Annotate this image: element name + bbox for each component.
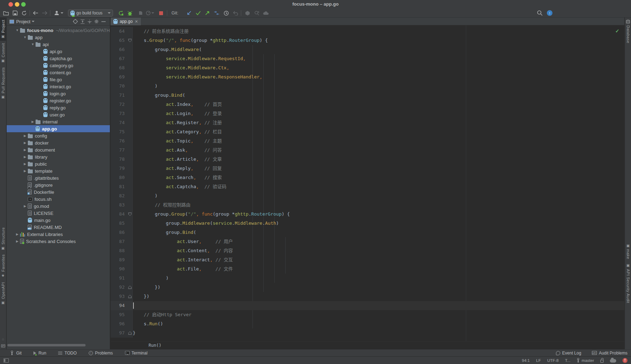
code-line-69[interactable]: 69 service.Middleware.ResponseHandler, [111,72,624,82]
fold-gutter[interactable] [127,164,133,173]
save-icon[interactable] [12,10,18,16]
line-ending[interactable]: LF [536,358,541,363]
fold-close-icon[interactable] [128,331,132,335]
tree-item-api-go[interactable]: api.go [7,48,110,55]
tree-chevron-icon[interactable]: ▶ [14,240,20,243]
tree-item-focus-mono[interactable]: ▼focus-mono~/Workspace/Go/GOPATH/src/git… [7,27,110,34]
tool-window-button-event-log[interactable]: Event Log [556,351,581,356]
tree-chevron-icon[interactable]: ▶ [14,232,20,236]
fold-gutter[interactable] [127,255,133,264]
tool-window-button-project[interactable]: Project▣ [0,18,6,41]
tool-window-button-openapi[interactable]: OpenAPI▣ [0,280,6,307]
tree-item-content-go[interactable]: content.go [7,69,110,76]
code-line-82[interactable]: 82 ) [111,191,624,200]
tree-item--gitignore[interactable]: .gitignore [7,181,110,189]
forward-icon[interactable] [41,10,48,16]
code-line-75[interactable]: 75 act.Category, // 栏目 [111,127,624,136]
tree-item-app[interactable]: ▼app [7,34,110,41]
back-icon[interactable] [32,10,39,16]
git-branch-widget[interactable]: master [577,358,594,363]
sync-icon[interactable] [21,10,27,16]
tool-window-button-todo[interactable]: TODO [58,351,76,356]
code-line-97[interactable]: 97} [111,328,624,338]
tool-window-button-git[interactable]: Git [11,351,21,356]
git-update-icon[interactable] [186,10,192,16]
chevron-down-icon[interactable] [32,21,35,22]
code-line-70[interactable]: 70 ) [111,82,624,91]
code-line-83[interactable]: 83 // 权限控制路由 [111,200,624,210]
rollback-icon[interactable] [232,10,238,16]
tool-window-button-commit[interactable]: Commit▣ [0,41,6,65]
tree-chevron-icon[interactable]: ▶ [22,148,28,152]
tree-chevron-icon[interactable]: ▼ [30,43,36,46]
tree-item-go-mod[interactable]: ▶go.mod [7,203,110,210]
code-line-92[interactable]: 92 }) [111,283,624,292]
tree-chevron-icon[interactable]: ▶ [30,120,36,123]
git-merge-icon[interactable] [213,10,220,16]
code-line-91[interactable]: 91 ) [111,274,624,283]
fold-gutter[interactable] [127,109,133,118]
tree-item-document[interactable]: ▶document [7,146,110,153]
fold-close-icon[interactable] [128,286,132,289]
fold-close-icon[interactable] [128,295,132,298]
tree-chevron-icon[interactable]: ▼ [14,28,20,32]
fold-gutter[interactable] [127,310,133,319]
tool-window-button-structure[interactable]: Structure▣ [0,225,6,252]
expand-all-icon[interactable] [79,19,86,24]
tree-chevron-icon[interactable]: ▶ [22,155,28,159]
tool-window-button-run[interactable]: Run [33,351,46,356]
code-line-67[interactable]: 67 service.Middleware.RequestId, [111,54,624,63]
tree-item-captcha-go[interactable]: captcha.go [7,55,110,62]
code-line-64[interactable]: 64 // 前台系统路由注册 [111,27,624,36]
find-usages-icon[interactable] [254,10,260,16]
fold-open-icon[interactable] [128,212,132,216]
tab-app-go[interactable]: app.go ✕ [111,18,141,25]
fold-gutter[interactable] [127,72,133,82]
notifications-icon[interactable]: ◌ [1,337,5,341]
code-line-79[interactable]: 79 act.Reply, // 回复 [111,164,624,173]
fold-gutter[interactable] [127,264,133,274]
code-line-84[interactable]: 84 group.Group("/", func(group *ghttp.Ro… [111,210,624,219]
code-line-88[interactable]: 88 act.Content, // 内容 [111,246,624,255]
git-commit-icon[interactable] [195,10,201,16]
code-line-94[interactable]: 94 [111,301,624,310]
fold-gutter[interactable] [127,246,133,255]
fold-gutter[interactable] [127,54,133,63]
tree-item-login-go[interactable]: login.go [7,90,110,97]
fold-gutter[interactable] [127,219,133,228]
fold-gutter[interactable] [127,237,133,246]
code-line-90[interactable]: 90 act.File, // 文件 [111,264,624,274]
user-profile-icon[interactable] [54,10,64,16]
locate-file-icon[interactable] [72,19,79,24]
code-line-85[interactable]: 85 group.Middleware(service.Middleware.A… [111,219,624,228]
tree-item-config[interactable]: ▶config [7,132,110,139]
tree-chevron-icon[interactable]: ▶ [22,162,28,166]
fold-gutter[interactable] [127,118,133,127]
tool-window-button-favorites[interactable]: Favorites★ [0,252,6,280]
file-encoding[interactable]: UTF-8 [547,358,559,363]
tool-window-button-pull-requests[interactable]: Pull Requests▣ [0,65,6,101]
tree-item-docker[interactable]: ▶docker [7,139,110,146]
tool-window-button-terminal[interactable]: ›_Terminal [125,351,148,356]
indent-setting[interactable]: T... [565,358,570,363]
open-icon[interactable] [3,10,9,16]
horizontal-scrollbar[interactable] [7,344,86,346]
code-line-66[interactable]: 66 group.Middleware( [111,45,624,54]
fold-gutter[interactable] [127,82,133,91]
fold-gutter[interactable] [127,127,133,136]
collapse-all-icon[interactable] [86,19,93,24]
tree-item-app-go[interactable]: app.go [7,125,110,132]
openapi-bottom-icon[interactable]: API [1,344,5,347]
cloud-settings-icon[interactable] [610,359,616,363]
fold-gutter[interactable] [127,146,133,155]
tree-chevron-icon[interactable]: ▶ [22,204,28,208]
fold-gutter[interactable] [127,283,133,292]
code-line-76[interactable]: 76 act.Topic, // 主题 [111,136,624,146]
run-configuration-select[interactable]: go build focus [68,9,113,17]
coverage-icon[interactable] [137,10,144,16]
fold-gutter[interactable] [127,319,133,328]
code-line-74[interactable]: 74 act.Register, // 注册 [111,118,624,127]
fold-gutter[interactable] [127,301,133,310]
fold-gutter[interactable] [127,63,133,72]
fold-open-icon[interactable] [128,39,132,42]
